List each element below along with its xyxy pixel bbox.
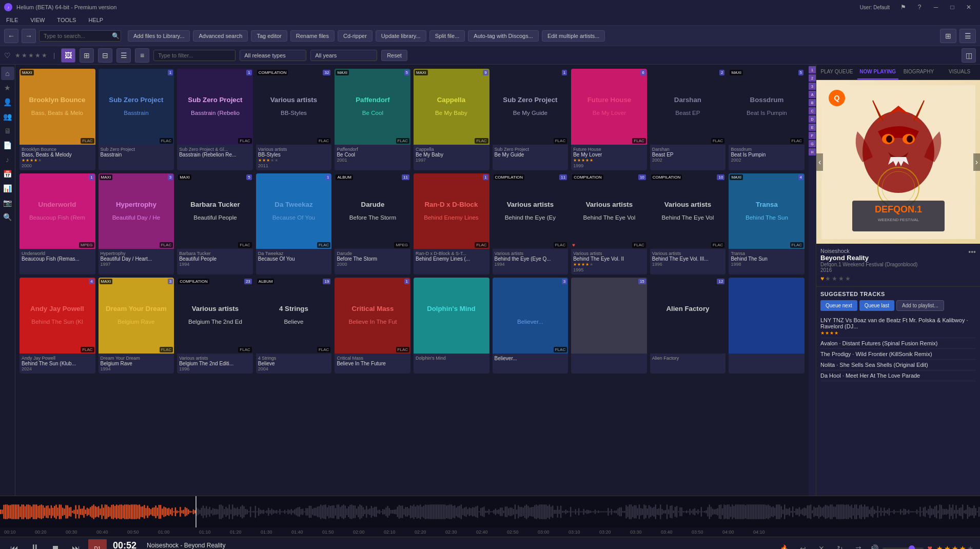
cd-ripper-button[interactable]: Cd-ripper bbox=[338, 30, 373, 42]
rename-files-button[interactable]: Rename files bbox=[290, 30, 335, 42]
star-2[interactable]: ★ bbox=[22, 52, 27, 59]
sidebar-person[interactable]: 👤 bbox=[1, 95, 14, 109]
alpha-A[interactable]: A bbox=[809, 91, 816, 98]
close-button[interactable]: ✕ bbox=[962, 2, 976, 12]
sidebar-chart[interactable]: 📊 bbox=[1, 182, 14, 195]
album-stars[interactable]: ★★★★★ bbox=[573, 158, 645, 163]
suggested-track-item[interactable]: Nolita · She Sells Sea Shells (Original … bbox=[820, 360, 976, 370]
alpha-2[interactable]: 2 bbox=[809, 74, 816, 82]
track-star-3[interactable]: ★ bbox=[832, 275, 837, 282]
menu-view[interactable]: VIEW bbox=[28, 16, 47, 24]
tab-now-playing[interactable]: NOW PLAYING bbox=[857, 65, 898, 80]
update-library-button[interactable]: Update library... bbox=[376, 30, 426, 42]
rating-star-2[interactable]: ★ bbox=[944, 544, 951, 550]
next-button[interactable]: ⏭ bbox=[68, 540, 84, 550]
album-card[interactable]: 3 FLAC Believer... Believer... bbox=[493, 278, 569, 374]
menu-help[interactable]: HELP bbox=[86, 16, 105, 24]
album-card[interactable]: 1 FLAC Critical Mass Believe In The Fut … bbox=[335, 278, 410, 374]
filter-input[interactable] bbox=[153, 50, 236, 61]
album-card[interactable]: MAXI FLAC Brooklyn Bounce Bass, Beats & … bbox=[19, 69, 95, 170]
search-input[interactable] bbox=[39, 30, 121, 42]
album-stars[interactable]: ★★★★★ bbox=[22, 158, 93, 163]
edit-artists-button[interactable]: Edit multiple artists... bbox=[542, 30, 605, 42]
album-card[interactable]: MAXI 5 FLAC Paffendorf Be Cool Paffendor… bbox=[335, 69, 410, 170]
track-options-button[interactable]: ••• bbox=[968, 248, 976, 256]
suggested-track-item[interactable]: Avalon · Distant Futures (Spinal Fusion … bbox=[820, 338, 976, 349]
tab-visuals[interactable]: VISUALS bbox=[939, 65, 980, 80]
stop-button[interactable]: ⏹ bbox=[47, 540, 64, 550]
album-card[interactable]: 15 bbox=[571, 278, 647, 374]
track-star-5[interactable]: ★ bbox=[845, 275, 851, 282]
tag-editor-button[interactable]: Tag editor bbox=[251, 30, 287, 42]
tab-biography[interactable]: BIOGRAPHY bbox=[898, 65, 939, 80]
view-grid-button[interactable]: ⊞ bbox=[80, 48, 94, 63]
favorite-button[interactable]: ♥ bbox=[928, 544, 933, 550]
star-4[interactable]: ★ bbox=[35, 52, 41, 59]
album-card[interactable]: COMPILATION 11 FLAC Various artists Behi… bbox=[493, 173, 569, 275]
album-card[interactable]: ALBUM 19 FLAC 4 Strings Believe 4 String… bbox=[256, 278, 332, 374]
alpha-G[interactable]: G bbox=[809, 140, 816, 147]
album-card[interactable]: COMPILATION 10 FLAC ♥ Various artists Be… bbox=[571, 173, 647, 275]
release-type-select[interactable]: All release types Album Single EP Compil… bbox=[240, 50, 306, 61]
album-card[interactable]: MAXI 5 FLAC Barbara Tucker Beautiful Peo… bbox=[177, 173, 253, 275]
album-card[interactable]: 1 MPEG Underworld Beaucoup Fish (Rem Und… bbox=[19, 173, 95, 275]
minimize-button[interactable]: ─ bbox=[929, 2, 943, 12]
album-card[interactable]: MAXI 3 FLAC Hypertrophy Beautiful Day / … bbox=[99, 173, 174, 275]
sidebar-music[interactable]: ♪ bbox=[1, 153, 14, 166]
close-track-button[interactable]: ✕ bbox=[814, 541, 829, 550]
sug-track-stars[interactable]: ★★★★ bbox=[820, 330, 976, 336]
album-card[interactable]: 1 FLAC Sub Zero Project Basstrain (Rebel… bbox=[177, 69, 253, 170]
view-list-button[interactable]: ☰ bbox=[116, 48, 131, 63]
suggested-track-item[interactable]: Da Hool · Meet Her At The Love Parade bbox=[820, 370, 976, 381]
alpha-F[interactable]: F bbox=[809, 132, 816, 139]
grid-view-button[interactable]: ⊞ bbox=[940, 29, 956, 43]
play-pause-button[interactable]: ⏸ bbox=[27, 540, 43, 550]
prev-button[interactable]: ⏮ bbox=[6, 540, 23, 550]
album-card[interactable]: COMPILATION 32 FLAC Various artists BB-S… bbox=[256, 69, 332, 170]
star-1[interactable]: ★ bbox=[15, 52, 21, 59]
sidebar-calendar[interactable]: 📅 bbox=[1, 167, 14, 181]
star-3[interactable]: ★ bbox=[28, 52, 34, 59]
volume-slider[interactable] bbox=[883, 547, 924, 550]
album-card[interactable]: MAXI 3 FLAC Dream Your Dream Belgium Rav… bbox=[99, 278, 174, 374]
refresh-button[interactable]: ↻ bbox=[833, 541, 847, 550]
layers-button[interactable]: ◫ bbox=[962, 48, 976, 63]
album-card[interactable]: 1 FLAC Sub Zero Project Basstrain Sub Ze… bbox=[99, 69, 174, 170]
add-files-button[interactable]: Add files to Library... bbox=[128, 30, 190, 42]
album-card[interactable]: 4 FLAC Andy Jay Powell Behind The Sun (K… bbox=[19, 278, 95, 374]
sidebar-search[interactable]: 🔍 bbox=[1, 210, 14, 224]
album-card[interactable]: COMPILATION 23 FLAC Various artists Belg… bbox=[177, 278, 253, 374]
sidebar-camera[interactable]: 📷 bbox=[1, 196, 14, 209]
alpha-C[interactable]: C bbox=[809, 107, 816, 114]
alpha-B[interactable]: B bbox=[809, 99, 816, 106]
tab-play-queue[interactable]: PLAY QUEUE bbox=[816, 65, 857, 80]
alpha-H[interactable]: H bbox=[809, 148, 816, 155]
rating-star-5[interactable]: ★ bbox=[967, 544, 974, 550]
star-filter[interactable]: ★ ★ ★ ★ ★ bbox=[15, 52, 47, 59]
menu-file[interactable]: FILE bbox=[4, 16, 20, 24]
sidebar-home[interactable]: ⌂ bbox=[1, 67, 14, 80]
suggested-track-item[interactable]: The Prodigy · Wild Frontier (KillSonik R… bbox=[820, 349, 976, 360]
add-to-playlist-button[interactable]: Add to playlist... bbox=[896, 300, 944, 311]
year-select[interactable]: All years 2024 2010s 2000s 1990s bbox=[310, 50, 377, 61]
heart-filter-icon[interactable]: ♡ bbox=[4, 51, 11, 60]
split-file-button[interactable]: Split file... bbox=[429, 30, 465, 42]
suggested-track-item[interactable]: LNY TNZ Vs Boaz van de Beatz Ft Mr. Pols… bbox=[820, 315, 976, 338]
album-card[interactable]: ALBUM 11 MPEG Darude Before The Storm Da… bbox=[335, 173, 410, 275]
album-card[interactable]: COMPILATION 10 FLAC Various artists Behi… bbox=[650, 173, 726, 275]
fire-button[interactable]: 🔥 bbox=[777, 541, 792, 550]
album-card[interactable]: MAXI 9 FLAC Cappella Be My Baby Cappella… bbox=[414, 69, 489, 170]
maximize-button[interactable]: □ bbox=[945, 2, 959, 12]
album-card[interactable]: 1 FLAC Ran-D x D-Block Behind Enemy Line… bbox=[414, 173, 489, 275]
album-card[interactable]: 1 FLAC Da Tweekaz Because Of You Da Twee… bbox=[256, 173, 332, 275]
track-star-4[interactable]: ★ bbox=[838, 275, 844, 282]
rating-star-4[interactable]: ★ bbox=[959, 544, 966, 550]
queue-next-button[interactable]: Queue next bbox=[820, 300, 857, 311]
help-button[interactable]: ? bbox=[912, 2, 927, 12]
view-image-button[interactable]: 🖼 bbox=[61, 48, 75, 63]
queue-last-button[interactable]: Queue last bbox=[859, 300, 894, 311]
auto-tag-button[interactable]: Auto-tag with Discogs... bbox=[468, 30, 539, 42]
sidebar-contact[interactable]: 👥 bbox=[1, 110, 14, 123]
album-card[interactable]: MAXI 5 FLAC Bossdrum Beat Is Pumpin Boss… bbox=[729, 69, 805, 170]
reset-button[interactable]: Reset bbox=[381, 50, 407, 61]
